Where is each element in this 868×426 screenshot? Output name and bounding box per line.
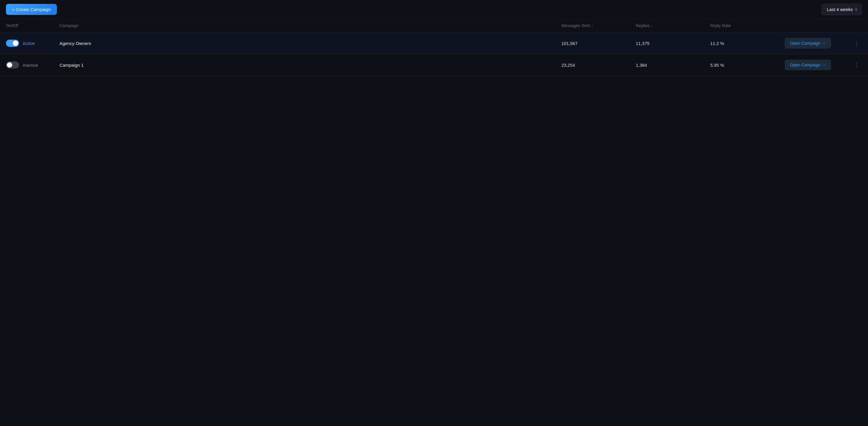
header-on-off: On/Off bbox=[6, 23, 60, 28]
date-filter-button[interactable]: Last 4 weeks ▾ bbox=[822, 4, 862, 15]
date-filter-label: Last 4 weeks bbox=[827, 7, 853, 12]
reply-rate-value-2: 5.95 % bbox=[710, 62, 785, 67]
toggle-active[interactable] bbox=[6, 39, 19, 47]
more-menu-cell-2: ⋮ bbox=[844, 60, 862, 70]
toggle-cell-inactive: Inactive bbox=[6, 61, 60, 68]
toggle-cell-active: Active bbox=[6, 39, 60, 47]
chevron-down-icon: ▾ bbox=[855, 7, 857, 11]
more-menu-button-1[interactable]: ⋮ bbox=[851, 38, 862, 48]
table-header: On/Off Campaign Messages Sent ↕ Replies … bbox=[0, 19, 868, 32]
campaign-name-agency-owners: Agency Owners bbox=[60, 41, 561, 46]
replies-value-2: 1,384 bbox=[636, 62, 710, 67]
table-row: Inactive Campaign 1 23,254 1,384 5.95 % … bbox=[0, 54, 868, 76]
campaigns-table: On/Off Campaign Messages Sent ↕ Replies … bbox=[0, 19, 868, 76]
status-label-active: Active bbox=[23, 41, 35, 46]
header-more bbox=[844, 23, 862, 28]
status-label-inactive: Inactive bbox=[23, 62, 38, 67]
open-campaign-cell-2: Open Campaign → bbox=[785, 60, 844, 70]
reply-rate-value-1: 11.2 % bbox=[710, 41, 785, 46]
header-reply-rate: Reply Rate bbox=[710, 23, 785, 28]
table-row: Active Agency Owners 101,567 11,375 11.2… bbox=[0, 32, 868, 54]
create-campaign-button[interactable]: + Create Campaign bbox=[6, 4, 57, 15]
more-menu-cell-1: ⋮ bbox=[844, 38, 862, 48]
open-campaign-button-2[interactable]: Open Campaign → bbox=[785, 60, 831, 70]
header-campaign: Campaign bbox=[60, 23, 561, 28]
top-bar: + Create Campaign Last 4 weeks ▾ bbox=[0, 0, 868, 19]
header-messages-sent[interactable]: Messages Sent ↕ bbox=[561, 23, 636, 28]
header-replies[interactable]: Replies ↕ bbox=[636, 23, 710, 28]
campaign-name-campaign1: Campaign 1 bbox=[60, 62, 561, 67]
open-campaign-button-1[interactable]: Open Campaign → bbox=[785, 38, 831, 49]
sort-icon: ↕ bbox=[591, 24, 593, 27]
messages-sent-value-2: 23,254 bbox=[561, 62, 636, 67]
sort-icon: ↕ bbox=[651, 24, 653, 27]
header-action bbox=[785, 23, 844, 28]
messages-sent-value-1: 101,567 bbox=[561, 41, 636, 46]
toggle-inactive[interactable] bbox=[6, 61, 19, 68]
open-campaign-cell-1: Open Campaign → bbox=[785, 38, 844, 49]
replies-value-1: 11,375 bbox=[636, 41, 710, 46]
more-menu-button-2[interactable]: ⋮ bbox=[851, 60, 862, 70]
